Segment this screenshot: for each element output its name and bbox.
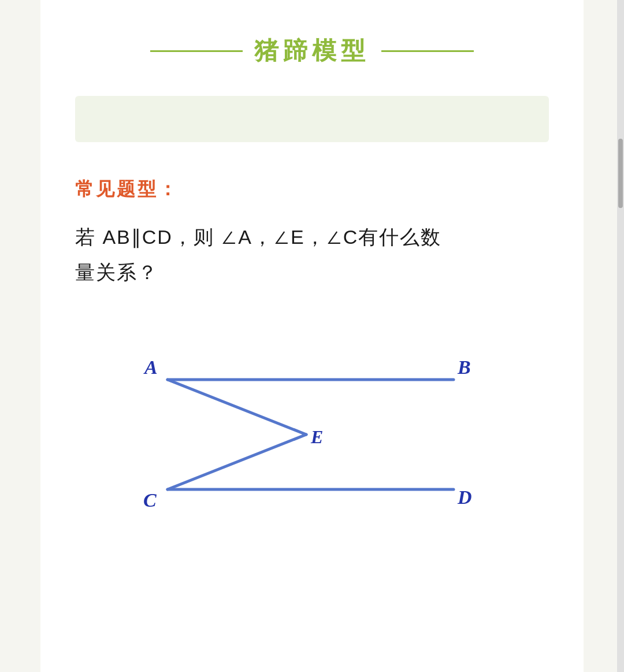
svg-line-1 (168, 380, 306, 435)
content-area: 猪蹄模型 常见题型： 若 AB∥CD，则 ∠A，∠E，∠C有什么数 量关系？ (40, 0, 584, 672)
geometry-diagram: A B E C D (133, 319, 491, 527)
question-line2: 量关系？ (75, 261, 158, 283)
page-container: 猪蹄模型 常见题型： 若 AB∥CD，则 ∠A，∠E，∠C有什么数 量关系？ (0, 0, 624, 672)
label-A: A (143, 357, 158, 378)
question-type-label: 常见题型： (75, 177, 549, 202)
info-box (75, 96, 549, 142)
diagram-container: A B E C D (75, 319, 549, 527)
scrollbar[interactable] (617, 0, 624, 672)
label-C: C (143, 489, 157, 511)
page-title: 猪蹄模型 (254, 35, 370, 67)
label-B: B (457, 357, 471, 378)
label-E: E (310, 426, 323, 447)
title-section: 猪蹄模型 (75, 35, 549, 67)
title-line-right (381, 50, 474, 52)
scrollbar-thumb[interactable] (618, 139, 623, 208)
label-D: D (457, 487, 472, 508)
question-text: 若 AB∥CD，则 ∠A，∠E，∠C有什么数 量关系？ (75, 220, 549, 290)
svg-line-2 (168, 435, 306, 489)
question-line1: 若 AB∥CD，则 ∠A，∠E，∠C有什么数 (75, 226, 441, 248)
title-line-left (150, 50, 243, 52)
